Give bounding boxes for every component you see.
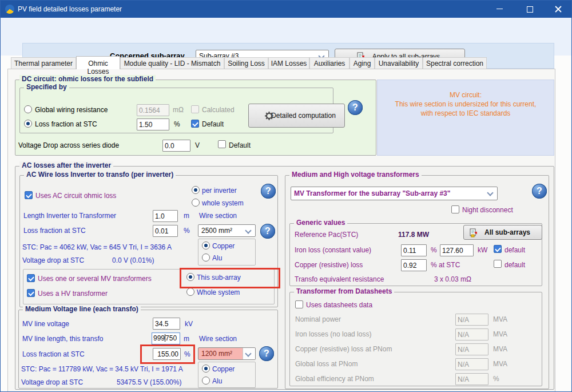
datasheet-row-input[interactable] xyxy=(455,373,488,385)
tab-auxiliaries[interactable]: Auxiliaries xyxy=(309,57,349,69)
diode-default-checkbox[interactable] xyxy=(218,140,226,148)
maximize-button[interactable] xyxy=(517,1,543,18)
all-subarrays-label: All sub-arrays xyxy=(484,228,530,236)
copper-default-checkbox[interactable] xyxy=(494,260,502,268)
iron-loss-pct-input[interactable] xyxy=(401,244,427,256)
tab-soiling-loss[interactable]: Soiling Loss xyxy=(224,57,268,69)
length-inv-transfo-input[interactable] xyxy=(153,210,178,222)
mv-voltage-unit: kV xyxy=(185,320,193,328)
minimize-button[interactable] xyxy=(487,1,513,18)
highlight-loss-fraction-box xyxy=(140,345,195,364)
whole-system-radio[interactable] xyxy=(192,199,200,207)
tab-module-quality[interactable]: Module quality - LID - Mismatch xyxy=(120,57,224,69)
dc-circuit-title: DC circuit: ohmic losses for the subfiel… xyxy=(19,75,156,83)
iron-default-label: default xyxy=(505,246,525,254)
specified-by-title: Specified by xyxy=(24,83,69,91)
datasheet-row-input[interactable] xyxy=(455,343,488,355)
pvsyst-logo-icon xyxy=(5,5,14,14)
mv-copper-label: Copper xyxy=(212,365,235,373)
close-button[interactable] xyxy=(545,1,571,18)
reference-pac-label: Reference Pac(STC) xyxy=(295,231,358,239)
mv-transformer-select[interactable]: MV Transformer for the subarray "Sub-arr… xyxy=(291,187,498,200)
iron-loss-kw-input[interactable] xyxy=(440,244,474,256)
copper-loss-input[interactable] xyxy=(401,259,427,271)
transformers-help-icon[interactable] xyxy=(532,184,547,199)
mv-loss-label: Loss fraction at STC xyxy=(22,350,85,358)
mv-length-after: 750 xyxy=(165,334,177,342)
datasheet-row-input[interactable] xyxy=(455,358,488,370)
ac-losses-title: AC losses after the inverter xyxy=(19,161,113,169)
night-disconnect-checkbox[interactable] xyxy=(451,205,459,213)
ac-wire-section-help-icon[interactable] xyxy=(260,224,275,239)
global-wiring-radio[interactable] xyxy=(24,105,32,113)
ac-stc-line: STC: Pac = 4062 kW, Vac = 645 V Tri, I =… xyxy=(22,243,172,251)
datasheet-row-unit: MVA xyxy=(493,315,507,323)
datasheet-row-label: Global loss at PNom xyxy=(295,360,357,368)
header-band: Concerned sub-array Sub-array #3 Apply t… xyxy=(1,18,572,56)
datasheet-row-input[interactable] xyxy=(455,314,488,326)
mv-wire-section-select[interactable]: 1200 mm² xyxy=(198,347,256,360)
mv-warning-panel: MV circuit: This wire section is undersi… xyxy=(377,80,554,156)
mv-length-unit: m xyxy=(184,335,189,343)
loss-fraction-stc-input[interactable] xyxy=(137,118,169,130)
diode-label: Voltage Drop across series diode xyxy=(18,141,119,149)
uses-mv-transformers-checkbox[interactable] xyxy=(27,274,35,282)
all-subarrays-button[interactable]: All sub-arrays xyxy=(463,225,542,240)
tab-iam-losses[interactable]: IAM Losses xyxy=(268,57,309,69)
tab-spectral-correction[interactable]: Spectral correction xyxy=(423,57,487,69)
tab-thermal-parameter[interactable]: Thermal parameter xyxy=(11,57,76,69)
detailed-computation-button[interactable]: Detailed computation xyxy=(248,104,345,128)
ac-wire-help-icon[interactable] xyxy=(261,184,276,199)
iron-default-checkbox[interactable] xyxy=(494,245,502,253)
title-bar: PV field detailed losses parameter xyxy=(1,1,572,18)
copper-loss-unit: % at STC xyxy=(431,261,460,269)
mv-line-title: Medium Voltage line (each transfo) xyxy=(23,305,141,313)
ac-loss-fraction-label: Loss fraction at STC xyxy=(23,227,86,235)
ac-copper-radio[interactable] xyxy=(202,241,210,250)
whole-system2-radio[interactable] xyxy=(186,288,194,296)
detailed-computation-label: Detailed computation xyxy=(271,112,336,120)
diode-unit: V xyxy=(195,141,200,149)
length-inv-transfo-label: Length Inverter to Transformer xyxy=(23,212,116,220)
mv-transformer-select-value: MV Transformer for the subarray "Sub-arr… xyxy=(294,189,450,197)
mv-alu-radio[interactable] xyxy=(202,377,210,385)
mv-wire-section-value: 1200 mm² xyxy=(201,350,232,358)
calculated-label: Calculated xyxy=(202,106,235,114)
dc-help-icon[interactable] xyxy=(348,100,363,115)
generic-values-title: Generic values xyxy=(294,219,347,227)
per-inverter-radio[interactable] xyxy=(192,186,200,194)
diode-input[interactable] xyxy=(162,140,190,152)
uses-datasheets-checkbox[interactable] xyxy=(295,300,303,308)
mv-copper-radio[interactable] xyxy=(202,365,210,373)
uses-hv-transformer-checkbox[interactable] xyxy=(27,289,35,297)
datasheet-row-input[interactable] xyxy=(455,328,488,340)
loss-fraction-stc-unit: % xyxy=(174,120,180,128)
transfo-resistance-value: 3 x 0.03 mΩ xyxy=(434,275,471,283)
ac-wire-section-select[interactable]: 2500 mm² xyxy=(198,224,256,237)
loss-fraction-stc-radio[interactable] xyxy=(24,120,32,128)
mv-wire-section-help-icon[interactable] xyxy=(259,346,274,361)
dc-default-label: Default xyxy=(202,120,224,128)
dc-default-checkbox[interactable] xyxy=(191,120,199,128)
ac-loss-fraction-input[interactable] xyxy=(153,225,178,237)
per-inverter-label: per inverter xyxy=(202,187,237,195)
iron-loss-kw-unit: kW xyxy=(478,246,487,254)
calculated-checkbox[interactable] xyxy=(191,105,199,113)
mv-voltage-input[interactable] xyxy=(153,318,180,330)
tab-aging[interactable]: Aging xyxy=(349,57,375,69)
tab-ohmic-losses[interactable]: Ohmic Losses xyxy=(76,56,120,69)
ac-alu-radio[interactable] xyxy=(202,254,210,262)
datasheet-row-unit: MVA xyxy=(493,330,507,338)
whole-system-label: whole system xyxy=(202,199,244,207)
datasheet-title: Transformer from Datasheets xyxy=(294,287,394,295)
length-unit: m xyxy=(184,212,189,220)
whole-system2-label: Whole system xyxy=(197,288,240,296)
ac-loss-unit: % xyxy=(184,227,190,235)
loss-fraction-stc-label: Loss fraction at STC xyxy=(35,120,97,128)
ac-vdrop-label: Voltage drop at STC xyxy=(22,256,84,264)
mv-length-input[interactable]: 999750 xyxy=(152,332,180,345)
global-wiring-input[interactable] xyxy=(137,104,169,116)
uses-ac-ohmic-checkbox[interactable] xyxy=(25,191,33,199)
tab-unavailability[interactable]: Unavailability xyxy=(375,57,423,69)
copper-default-label: default xyxy=(505,261,525,269)
